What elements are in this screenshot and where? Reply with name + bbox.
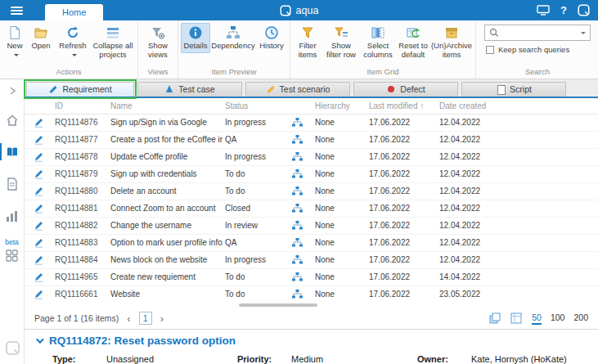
sidebar-item-documents[interactable]	[0, 174, 24, 194]
sidebar-item-home[interactable]	[0, 110, 24, 129]
row-hierarchy: None	[312, 272, 366, 281]
detail-field-value: Medium	[291, 354, 323, 364]
table-row[interactable]: RQ1114883 Option to mark user profile in…	[25, 235, 598, 252]
column-header-name[interactable]: Name	[108, 101, 223, 110]
sidebar-expand-button[interactable]	[0, 83, 24, 99]
details-button[interactable]: Details	[181, 23, 210, 53]
table-row[interactable]: RQ1114878 Update eCoffe profile In progr…	[25, 149, 598, 166]
tab-defect[interactable]: Defect	[353, 82, 458, 97]
hamburger-menu-icon[interactable]	[11, 0, 23, 20]
collapse-all-projects-label: Collapse all projects	[92, 42, 133, 60]
edit-pencil-icon	[34, 186, 44, 196]
tab-test-case[interactable]: Test case	[137, 82, 242, 97]
page-size-50[interactable]: 50	[532, 312, 542, 325]
show-views-button[interactable]: Show views	[141, 23, 175, 62]
row-name: Change the username	[108, 221, 223, 230]
hierarchy-icon	[292, 238, 303, 247]
dependency-button[interactable]: Dependency	[210, 23, 256, 53]
tab-requirement[interactable]: Requirement	[26, 82, 134, 97]
new-button[interactable]: New	[2, 23, 27, 62]
hierarchy-icon	[292, 272, 303, 281]
show-views-label: Show views	[142, 42, 173, 60]
current-page-button[interactable]: 1	[139, 312, 152, 325]
row-edit-cell[interactable]	[25, 237, 52, 248]
row-edit-cell[interactable]	[25, 117, 52, 128]
aqua-app-icon[interactable]	[578, 4, 590, 16]
table-row[interactable]: RQ1114877 Create a post for the eCoffee …	[25, 132, 598, 149]
table-row[interactable]: RQ1114880 Delete an account To do None 1…	[25, 183, 598, 200]
column-header-status[interactable]: Status	[223, 101, 281, 110]
page-size-100[interactable]: 100	[551, 312, 565, 325]
keep-search-queries-option[interactable]: Keep search queries	[486, 45, 589, 54]
calendar-view-icon[interactable]	[510, 312, 522, 324]
table-row[interactable]: RQ1114881 Connect Zoom to an account Clo…	[25, 200, 598, 218]
checkbox-icon[interactable]	[486, 46, 494, 54]
column-header-hierarchy[interactable]: Hierarchy	[312, 101, 366, 110]
row-status: To do	[223, 272, 281, 281]
row-edit-cell[interactable]	[25, 220, 52, 231]
column-header-id[interactable]: ID	[52, 101, 108, 110]
sidebar-item-projects[interactable]	[0, 142, 24, 161]
row-edit-cell[interactable]	[25, 203, 52, 213]
row-edit-cell[interactable]	[25, 289, 52, 299]
search-dropdown-caret-icon[interactable]	[581, 32, 586, 34]
unarchive-items-button[interactable]: (Un)Archive items	[430, 23, 473, 62]
row-edit-cell[interactable]	[25, 169, 52, 179]
row-hierarchy-icon-cell	[281, 186, 312, 195]
history-button[interactable]: History	[256, 23, 287, 53]
show-filter-row-button[interactable]: Show filter row	[322, 23, 360, 62]
search-input[interactable]	[502, 28, 575, 38]
filter-items-button[interactable]: Filter items	[293, 23, 322, 62]
row-id: RQ1114884	[52, 255, 108, 264]
prev-page-button[interactable]: ‹	[125, 312, 132, 325]
table-row[interactable]: RQ1114965 Create new requiement To do No…	[25, 269, 598, 286]
ribbon-group-item-grid: Filter items Show filter row Select colu…	[290, 20, 476, 79]
row-edit-cell[interactable]	[25, 186, 52, 196]
row-id: RQ1114881	[52, 204, 108, 213]
column-header-date_created[interactable]: Date created	[437, 101, 519, 110]
row-id: RQ1114880	[52, 186, 108, 195]
table-row[interactable]: RQ1114884 News block on the website In p…	[25, 252, 598, 269]
select-columns-button[interactable]: Select columns	[360, 23, 396, 62]
column-header-last_modified[interactable]: Last modified↑	[366, 101, 437, 110]
row-edit-cell[interactable]	[25, 254, 52, 265]
reset-to-default-button[interactable]: Reset to default	[396, 23, 430, 62]
beta-badge: beta	[5, 238, 19, 246]
collapse-detail-chevron-icon[interactable]	[36, 335, 44, 344]
detail-panel: RQ1114872: Reset password option Type:Un…	[25, 329, 598, 364]
table-row[interactable]: RQ1116661 Website To do None 17.06.2022 …	[25, 286, 598, 303]
page-size-200[interactable]: 200	[573, 312, 588, 325]
copy-view-icon[interactable]	[489, 312, 501, 324]
row-id: RQ1114882	[52, 221, 108, 230]
sidebar-item-reports[interactable]	[0, 207, 24, 225]
select-columns-icon	[371, 25, 385, 40]
main-body: beta Requirement Test case Test scenario…	[0, 79, 598, 364]
scrollbar-thumb[interactable]	[239, 303, 317, 307]
tab-test-scenario[interactable]: Test scenario	[245, 82, 350, 97]
display-share-icon[interactable]	[537, 5, 550, 16]
help-icon[interactable]: ?	[560, 5, 567, 16]
row-edit-cell[interactable]	[25, 151, 52, 162]
row-date-created: 12.04.2022	[437, 169, 519, 178]
new-button-label: New	[4, 42, 25, 60]
sidebar-item-apps-beta[interactable]	[0, 246, 24, 265]
pagination-right-cluster: 50100200	[489, 312, 588, 325]
next-page-button[interactable]: ›	[159, 312, 165, 325]
select-columns-label: Select columns	[362, 42, 394, 60]
collapse-all-projects-button[interactable]: Collapse all projects	[91, 23, 135, 62]
open-button[interactable]: Open	[27, 23, 55, 53]
show-views-icon	[151, 25, 165, 40]
row-edit-cell[interactable]	[25, 272, 52, 282]
refresh-button[interactable]: Refresh	[55, 23, 91, 62]
row-date-created: 12.04.2022	[437, 118, 519, 127]
row-status: In progress	[223, 255, 281, 264]
tab-script[interactable]: Script	[461, 82, 566, 97]
table-row[interactable]: RQ1114876 Sign up/Sign in via Google In …	[25, 115, 598, 132]
ribbon-group-label-item-grid: Item Grid	[290, 66, 475, 79]
pagination-summary: Page 1 of 1 (16 items)	[34, 313, 119, 323]
tab-home[interactable]: Home	[45, 4, 103, 20]
table-row[interactable]: RQ1114882 Change the username In review …	[25, 218, 598, 235]
row-edit-cell[interactable]	[25, 134, 52, 145]
table-row[interactable]: RQ1114879 Sign up with credentials To do…	[25, 166, 598, 183]
search-input-box[interactable]	[484, 25, 591, 41]
